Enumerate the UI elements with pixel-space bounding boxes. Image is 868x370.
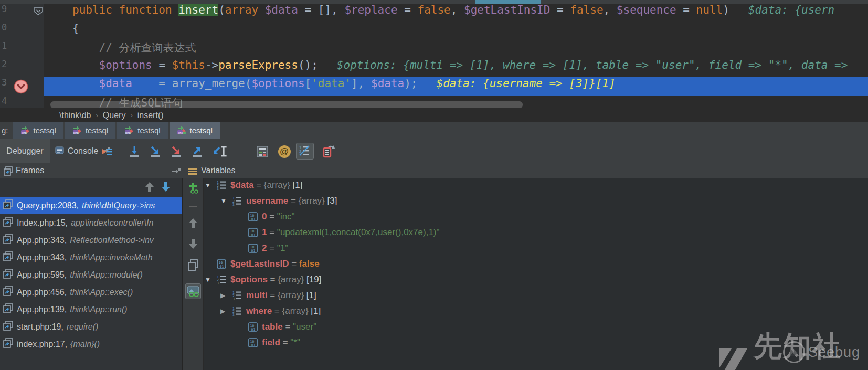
breadcrumb-item[interactable]: insert() xyxy=(137,111,164,120)
variable-type: {array} xyxy=(299,196,325,206)
force-step-into-button[interactable] xyxy=(169,144,183,158)
primitive-type-icon: 1001 xyxy=(217,259,226,269)
svg-text:php: php xyxy=(22,131,27,134)
evaluate-expression-button[interactable] xyxy=(255,144,269,158)
variable-row[interactable]: 10011 = "updatexml(1,concat(0x7,user(),0… xyxy=(204,225,868,240)
frame-context: {main}() xyxy=(70,340,100,349)
run-to-cursor-button[interactable] xyxy=(211,144,231,158)
inline-debug-hint: $data: {usern xyxy=(748,4,834,16)
variable-row[interactable]: 10012 = "1" xyxy=(204,240,868,256)
variable-row[interactable]: 10010 = "inc" xyxy=(204,209,868,225)
stack-frame-row[interactable]: App.php:139,think\App::run() xyxy=(0,301,182,318)
svg-text:3: 3 xyxy=(232,297,235,300)
code-token: ( xyxy=(218,4,225,16)
variable-type: {array} xyxy=(264,180,290,190)
fold-marker-icon[interactable] xyxy=(33,7,44,18)
run-tab-1[interactable]: phptestsql xyxy=(13,122,63,139)
step-over-button[interactable] xyxy=(127,144,141,158)
code-token: false xyxy=(570,4,603,16)
copy-value-button[interactable] xyxy=(186,258,200,272)
tab-debugger[interactable]: Debugger xyxy=(0,139,50,163)
watches-toolbar xyxy=(183,178,204,370)
console-icon xyxy=(55,146,64,156)
frame-location: Query.php:2083, xyxy=(17,201,79,210)
previous-frame-button[interactable] xyxy=(144,181,156,193)
variable-row[interactable]: 1001$getLastInsID = false xyxy=(204,256,868,272)
frame-context: app\index\controller\In xyxy=(71,218,153,228)
run-tab-4[interactable]: phptestsql xyxy=(170,122,220,139)
code-line[interactable]: // 分析查询表达式 xyxy=(44,40,868,59)
breadcrumb-item[interactable]: Query xyxy=(103,111,126,120)
tree-expanded-icon[interactable]: ▼ xyxy=(220,193,227,209)
editor-gutter[interactable]: 901234 xyxy=(0,4,44,108)
stack-frame-row[interactable]: App.php:456,think\App::exec() xyxy=(0,283,182,301)
code-line[interactable]: $options = $this->parseExpress();$option… xyxy=(44,59,868,77)
svg-text:01: 01 xyxy=(251,343,256,347)
svg-text:01: 01 xyxy=(251,249,256,253)
variable-row[interactable]: ▼123$data = {array} [1] xyxy=(204,178,868,193)
tree-expanded-icon[interactable]: ▼ xyxy=(205,272,211,288)
breadcrumb-item[interactable]: \think\db xyxy=(59,111,91,120)
stack-frame-row[interactable]: App.php:343,ReflectionMethod->inv xyxy=(0,231,182,249)
breakpoint-icon[interactable] xyxy=(13,79,29,94)
move-watch-down-button[interactable] xyxy=(186,237,200,251)
breadcrumb: \think\db›Query›insert() xyxy=(0,108,868,122)
variable-row[interactable]: ▼123$options = {array} [19] xyxy=(204,272,868,288)
code-token: (); xyxy=(298,59,318,71)
code-editor[interactable]: 901234 public function insert(array $dat… xyxy=(0,4,868,108)
code-token: null xyxy=(696,4,723,16)
stack-frame-row[interactable]: App.php:595,think\App::module() xyxy=(0,266,182,283)
pin-panel-icon[interactable] xyxy=(171,167,181,177)
breadcrumb-separator-icon: › xyxy=(130,111,132,119)
code-line[interactable]: $data = array_merge($options['data'], $d… xyxy=(44,77,868,96)
variable-text: username = {array} [3] xyxy=(246,193,337,209)
show-values-inline-button[interactable]: 123 xyxy=(296,143,314,160)
tree-expanded-icon[interactable]: ▼ xyxy=(205,178,211,193)
stack-frame-row[interactable]: start.php:19,require() xyxy=(0,318,182,335)
step-into-button[interactable] xyxy=(148,144,162,158)
tree-collapsed-icon[interactable]: ▶ xyxy=(220,288,225,303)
stack-frame-row[interactable]: App.php:343,think\App::invokeMeth xyxy=(0,249,182,266)
svg-text:php: php xyxy=(73,131,79,134)
php-debug-icon: php xyxy=(124,125,134,136)
variable-text: where = {array} [1] xyxy=(246,303,321,319)
stack-frame-icon xyxy=(3,286,13,298)
show-watches-button[interactable] xyxy=(185,283,201,299)
code-line[interactable]: { xyxy=(44,22,868,40)
stack-frame-row[interactable]: index.php:17,{main}() xyxy=(0,335,182,353)
code-line[interactable]: public function insert(array $data = [],… xyxy=(44,4,868,22)
run-tab-3[interactable]: phptestsql xyxy=(117,122,167,139)
variable-row[interactable]: ▶123where = {array} [1] xyxy=(204,303,868,319)
horizontal-scrollbar-thumb[interactable] xyxy=(50,101,523,108)
equals-sign: = xyxy=(267,243,277,253)
step-out-button[interactable] xyxy=(190,144,204,158)
move-watch-up-button[interactable] xyxy=(186,216,200,230)
inline-debug-hint: $data: {username => [3]}[1] xyxy=(437,77,616,90)
show-execution-point-button[interactable] xyxy=(100,144,114,158)
code-line[interactable]: // 生成SQL语句 xyxy=(44,96,868,108)
variable-name: $getLastInsID xyxy=(230,259,289,269)
variable-size: [3] xyxy=(325,196,337,206)
variable-row[interactable]: ▼123username = {array} [3] xyxy=(204,193,868,209)
restore-layout-button[interactable] xyxy=(321,144,335,158)
stack-frame-row[interactable]: Index.php:15,app\index\controller\In xyxy=(0,214,182,231)
frames-panel: Query.php:2083,think\db\Query->insIndex.… xyxy=(0,178,182,370)
variable-type: {array} xyxy=(282,306,309,316)
run-tab-2[interactable]: phptestsql xyxy=(65,122,115,139)
variable-text: table = "user" xyxy=(262,319,316,335)
code-token: parseExpress xyxy=(218,59,298,71)
variable-row[interactable]: ▶123multi = {array} [1] xyxy=(204,288,868,303)
editor-code-lines[interactable]: public function insert(array $data = [],… xyxy=(44,4,868,108)
frames-panel-icon xyxy=(4,166,13,178)
array-type-icon: 123 xyxy=(232,291,242,300)
code-token: 'data' xyxy=(311,77,351,90)
variable-value: "user" xyxy=(293,322,316,332)
tree-collapsed-icon[interactable]: ▶ xyxy=(220,303,225,319)
add-watch-button[interactable] xyxy=(186,181,200,195)
frame-context: think\App::exec() xyxy=(70,288,133,297)
stack-frame-row[interactable]: Query.php:2083,think\db\Query->ins xyxy=(0,197,182,214)
at-mention-button[interactable]: @ xyxy=(277,144,291,158)
svg-text:3: 3 xyxy=(232,313,235,316)
code-token: ) xyxy=(723,4,729,16)
next-frame-button[interactable] xyxy=(161,181,172,193)
